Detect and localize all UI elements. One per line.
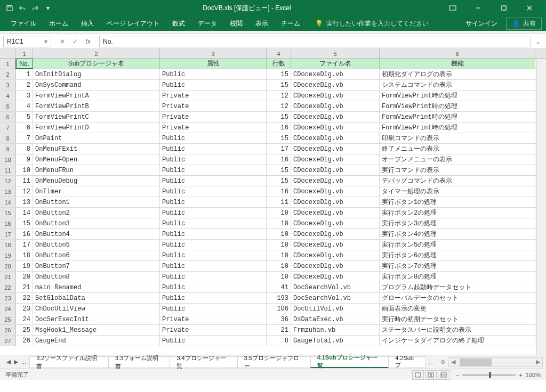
save-icon[interactable]	[4, 3, 15, 13]
cell[interactable]: 10	[267, 261, 291, 271]
row-header[interactable]: 8	[0, 133, 16, 143]
cell[interactable]: 16	[16, 229, 33, 239]
row-header[interactable]: 17	[0, 229, 16, 239]
cell[interactable]: 10	[267, 272, 291, 282]
cell[interactable]: 17	[16, 240, 33, 250]
cell[interactable]: Public	[160, 272, 267, 282]
cell[interactable]: 実行ボタン8の処理	[380, 272, 535, 282]
cell[interactable]: CDocexeDlg.vb	[291, 154, 380, 165]
cell[interactable]: 15	[267, 133, 291, 143]
cell[interactable]: 9	[16, 154, 33, 165]
ribbon-tab-4[interactable]: 数式	[166, 16, 191, 31]
cell[interactable]: 193	[267, 293, 291, 303]
cell[interactable]: SetGlobalData	[33, 293, 160, 303]
row-header[interactable]: 10	[0, 154, 16, 165]
formula-input[interactable]: No.	[99, 36, 531, 47]
cell[interactable]: DocSearchVol.vb	[291, 293, 380, 303]
sheet-nav-more[interactable]: ...	[21, 358, 26, 365]
qat-customize-icon[interactable]: ▾	[43, 3, 53, 13]
row-header[interactable]: 22	[0, 282, 16, 292]
cell[interactable]: Public	[160, 282, 267, 292]
zoom-control[interactable]: − + 100%	[456, 372, 541, 378]
header-cell[interactable]: 機能	[380, 59, 535, 69]
ribbon-display-icon[interactable]	[440, 1, 465, 15]
row-header[interactable]: 13	[0, 186, 16, 197]
cell[interactable]: 41	[267, 282, 291, 292]
maximize-button[interactable]	[492, 1, 516, 15]
row-header[interactable]: 9	[0, 144, 16, 154]
sheet-nav[interactable]: ◀ ▶ ...	[3, 358, 29, 365]
cell[interactable]: Public	[160, 186, 267, 197]
cell[interactable]: 実行ボタン2の処理	[380, 208, 535, 218]
zoom-slider[interactable]	[462, 374, 516, 376]
sheet-nav-prev-icon[interactable]: ◀	[6, 358, 11, 365]
scroll-right-icon[interactable]: ▶	[534, 358, 542, 365]
cell[interactable]: 5	[16, 112, 33, 122]
sheet-tab[interactable]: 3.2ソースファイル説明書	[29, 356, 109, 368]
cell[interactable]: 10	[267, 250, 291, 260]
cell[interactable]: Public	[160, 240, 267, 250]
cell[interactable]: 10	[267, 229, 291, 239]
row-header[interactable]: 3	[0, 80, 16, 90]
cell[interactable]: OnMenuFOpen	[33, 154, 160, 165]
sheet-tab[interactable]: 4.2Subプ	[388, 356, 426, 368]
cell[interactable]: 10	[267, 208, 291, 218]
ribbon-tab-6[interactable]: 校閲	[223, 16, 249, 31]
cell[interactable]: 初期化ダイアログの表示	[380, 69, 535, 79]
cell[interactable]: 16	[267, 186, 291, 197]
row-header[interactable]: 12	[0, 176, 16, 186]
cell[interactable]: Public	[160, 176, 267, 186]
cell[interactable]: Public	[160, 229, 267, 239]
row-header[interactable]: 4	[0, 91, 16, 101]
cell[interactable]: 3	[16, 91, 33, 101]
cell[interactable]: DocUtilVol.vb	[291, 304, 380, 314]
cell[interactable]: CDocexeDlg.vb	[291, 240, 380, 250]
cell[interactable]: 8	[16, 144, 33, 154]
cell[interactable]: 25	[16, 325, 33, 335]
cell[interactable]: Private	[160, 101, 267, 111]
page-break-view-icon[interactable]	[438, 370, 449, 380]
ribbon-tab-8[interactable]: チーム	[275, 16, 307, 31]
cell[interactable]: CDocexeDlg.vb	[291, 144, 380, 154]
cell[interactable]: OnPaint	[33, 133, 160, 143]
cell[interactable]: FormViewPrint時の処理	[380, 101, 535, 111]
row-header[interactable]: 5	[0, 101, 16, 111]
cell[interactable]: 11	[16, 176, 33, 186]
cell[interactable]: CDocexeDlg.vb	[291, 261, 380, 271]
cell[interactable]: FormViewPrintC	[33, 112, 160, 122]
col-header[interactable]: 4	[267, 49, 291, 58]
cell[interactable]: 20	[16, 272, 33, 282]
row-header[interactable]: 25	[0, 314, 16, 324]
cell[interactable]: 19	[16, 261, 33, 271]
header-cell[interactable]: Subプロシージャ名	[33, 59, 160, 69]
cell[interactable]: 実行ボタン6の処理	[380, 250, 535, 260]
cell[interactable]: 10	[16, 165, 33, 175]
cell[interactable]: OnButton8	[33, 272, 160, 282]
row-header[interactable]: 27	[0, 336, 16, 346]
cell[interactable]: FormViewPrintD	[33, 123, 160, 133]
cell[interactable]: CDocexeDlg.vb	[291, 123, 380, 133]
select-all-corner[interactable]	[0, 49, 16, 58]
cell[interactable]: Public	[160, 133, 267, 143]
header-cell[interactable]: ファイル名	[291, 59, 380, 69]
row-header[interactable]: 20	[0, 261, 16, 271]
cell[interactable]: 12	[16, 186, 33, 197]
sheet-tab[interactable]: 4.1Subプロシージャ一覧	[310, 356, 389, 368]
zoom-out-icon[interactable]: −	[456, 372, 459, 378]
cell[interactable]: OnMenuFExit	[33, 144, 160, 154]
cell[interactable]: CDocexeDlg.vb	[291, 112, 380, 122]
zoom-in-icon[interactable]: +	[519, 372, 522, 378]
ribbon-tab-3[interactable]: ページ レイアウト	[100, 16, 166, 31]
cell[interactable]: 実行時の初期データセット	[380, 314, 535, 324]
normal-view-icon[interactable]	[412, 370, 424, 380]
cell[interactable]: 実行ボタン7の処理	[380, 261, 535, 271]
cell[interactable]: 16	[267, 123, 291, 133]
cell[interactable]: 印刷コマンドの表示	[380, 133, 535, 143]
tell-me[interactable]: 💡 実行したい作業を入力してください	[315, 19, 429, 28]
cell[interactable]: 12	[267, 91, 291, 101]
formula-expand-icon[interactable]: ⌄	[533, 38, 543, 45]
cell[interactable]: 24	[16, 314, 33, 324]
ribbon-tab-7[interactable]: 表示	[249, 16, 275, 31]
scroll-left-icon[interactable]: ◀	[449, 358, 457, 365]
cell[interactable]: CDocexeDlg.vb	[291, 272, 380, 282]
